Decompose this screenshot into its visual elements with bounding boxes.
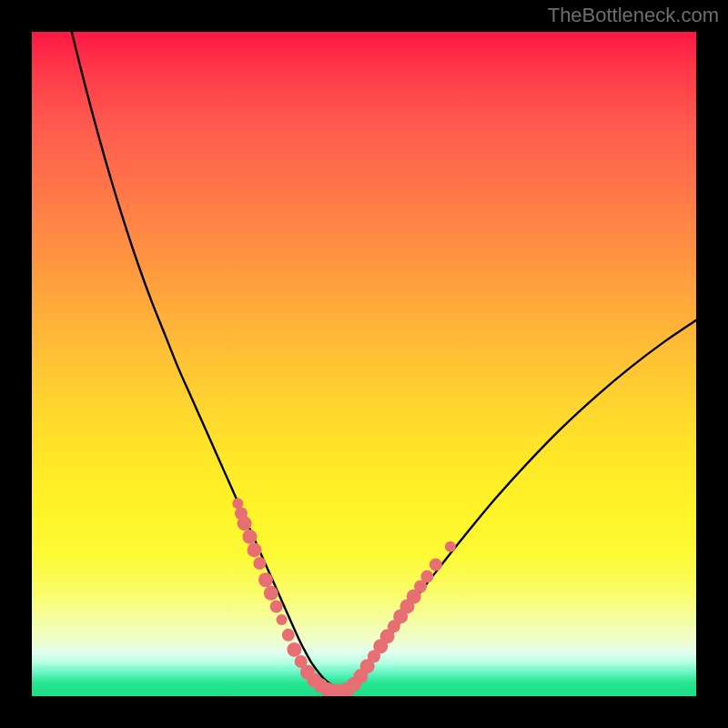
data-marker xyxy=(276,614,287,625)
data-marker xyxy=(445,541,456,552)
data-markers xyxy=(232,498,456,696)
data-marker xyxy=(282,629,295,642)
chart-frame: TheBottleneck.com xyxy=(0,0,728,728)
data-marker xyxy=(242,530,257,544)
data-marker xyxy=(258,572,273,587)
data-marker xyxy=(420,571,433,583)
watermark-text: TheBottleneck.com xyxy=(548,4,719,27)
bottleneck-curve xyxy=(72,32,696,692)
data-marker xyxy=(253,557,266,570)
data-marker xyxy=(270,600,283,612)
data-marker xyxy=(264,586,278,601)
data-marker xyxy=(248,542,262,557)
data-marker xyxy=(238,516,252,531)
data-marker xyxy=(430,558,442,571)
data-marker xyxy=(287,642,301,657)
chart-svg xyxy=(32,32,696,696)
plot-area xyxy=(32,32,696,696)
